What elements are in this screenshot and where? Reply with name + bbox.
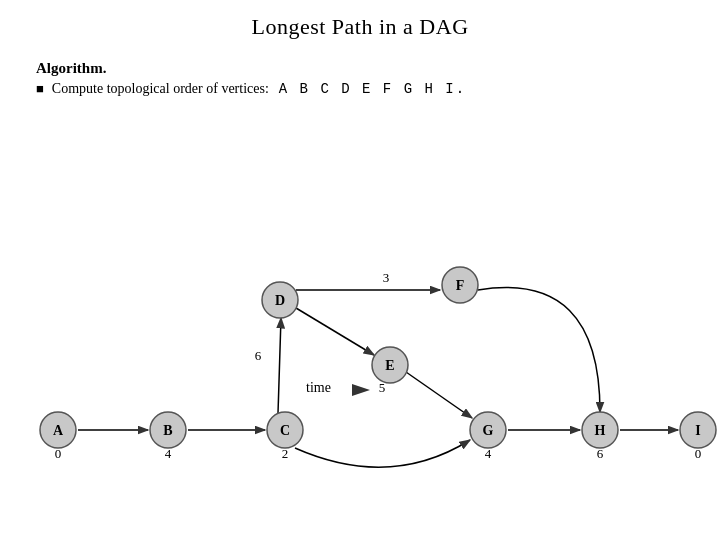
edge-cd: [278, 318, 281, 413]
edge-df-label: 3: [383, 270, 390, 285]
node-b-dist: 4: [165, 446, 172, 461]
node-i-dist: 0: [695, 446, 702, 461]
page-title: Longest Path in a DAG: [0, 0, 720, 40]
step-order: A B C D E F G H I.: [279, 81, 466, 97]
node-a-dist: 0: [55, 446, 62, 461]
node-g-label: G: [483, 423, 494, 438]
node-a-label: A: [53, 423, 64, 438]
node-c-dist: 2: [282, 446, 289, 461]
edge-cd-label: 6: [255, 348, 262, 363]
edge-eg: [406, 372, 472, 418]
step-text: Compute topological order of vertices:: [52, 81, 269, 97]
algorithm-label: Algorithm.: [36, 60, 466, 77]
edge-de: [296, 308, 374, 355]
bullet-icon: ■: [36, 81, 44, 97]
graph-svg: 6 3 time 5 A 0 B 4 C 2: [0, 100, 720, 520]
node-h-dist: 6: [597, 446, 604, 461]
time-arrow-icon: [352, 384, 370, 396]
algorithm-section: Algorithm. ■ Compute topological order o…: [36, 60, 466, 97]
algorithm-step: ■ Compute topological order of vertices:…: [36, 81, 466, 97]
edge-fh: [478, 288, 600, 412]
node-e-label: E: [385, 358, 394, 373]
node-g-dist: 4: [485, 446, 492, 461]
node-h-label: H: [595, 423, 606, 438]
time-label: time: [306, 380, 331, 395]
graph-area: 6 3 time 5 A 0 B 4 C 2: [0, 100, 720, 520]
node-f-label: F: [456, 278, 465, 293]
node-c-label: C: [280, 423, 290, 438]
node-d-label: D: [275, 293, 285, 308]
edge-cg: [295, 440, 470, 467]
node-i-label: I: [695, 423, 700, 438]
node-b-label: B: [163, 423, 172, 438]
